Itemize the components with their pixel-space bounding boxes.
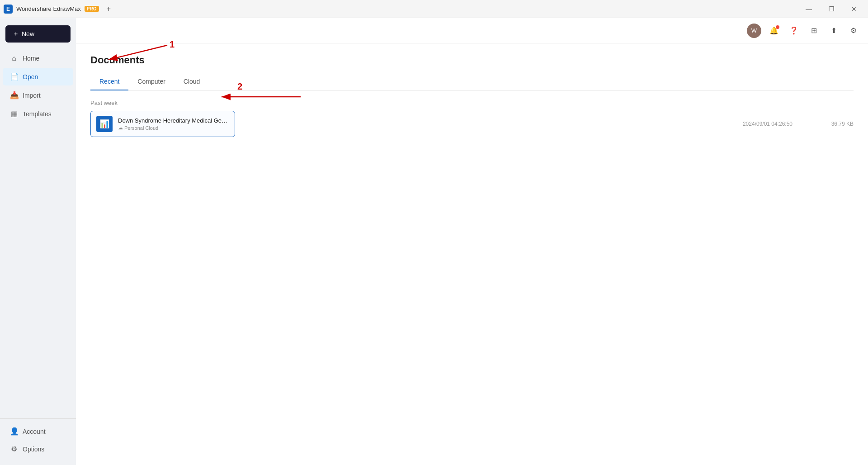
sidebar-item-open-label: Open: [23, 73, 38, 81]
app-name: Wondershare EdrawMax: [16, 5, 81, 12]
file-name: Down Syndrome Hereditary Medical Genogra…: [118, 117, 229, 124]
content-area: Documents Recent Computer Cloud Past wee…: [76, 43, 868, 465]
sidebar-item-options-label: Options: [23, 446, 44, 453]
apps-icon[interactable]: ⊞: [807, 24, 821, 38]
sidebar-item-options[interactable]: ⚙ Options: [3, 440, 73, 458]
file-icon-wrapper: 📊: [96, 116, 113, 132]
window-controls: — ❐ ✕: [798, 2, 864, 16]
main-layout: ＋ New ⌂ Home 📄 Open 📥 Import ▦ Templates: [0, 18, 868, 465]
file-location-text: Personal Cloud: [124, 125, 158, 131]
top-toolbar: W 🔔 ❓ ⊞ ⬆ ⚙: [76, 18, 868, 43]
tab-bar: Recent Computer Cloud: [90, 73, 854, 90]
cloud-icon: ☁: [118, 125, 123, 131]
sidebar-item-home-label: Home: [23, 55, 39, 62]
sidebar-item-templates-label: Templates: [23, 110, 52, 118]
file-size: 36.79 KB: [808, 121, 854, 127]
file-date: 2024/09/01 04:26:50: [727, 121, 808, 127]
templates-icon: ▦: [10, 109, 18, 118]
sidebar-item-account[interactable]: 👤 Account: [3, 422, 73, 440]
minimize-button[interactable]: —: [798, 2, 819, 16]
add-tab-button[interactable]: +: [103, 3, 115, 15]
import-icon: 📥: [10, 91, 18, 100]
section-label: Past week: [90, 100, 854, 106]
title-bar-left: E Wondershare EdrawMax PRO +: [4, 3, 115, 15]
bell-icon[interactable]: 🔔: [767, 24, 781, 38]
sidebar-nav: ⌂ Home 📄 Open 📥 Import ▦ Templates: [0, 50, 76, 418]
section-past-week: Past week 📊 Down Syndrome Hereditary Med…: [90, 100, 854, 137]
tab-cloud[interactable]: Cloud: [175, 73, 209, 90]
help-icon[interactable]: ❓: [787, 24, 801, 38]
home-icon: ⌂: [10, 54, 18, 62]
file-location: ☁ Personal Cloud: [118, 125, 229, 131]
avatar[interactable]: W: [747, 24, 761, 38]
open-icon: 📄: [10, 72, 18, 81]
sidebar-item-templates[interactable]: ▦ Templates: [3, 105, 73, 123]
restore-button[interactable]: ❐: [821, 2, 842, 16]
file-row-main: 📊 Down Syndrome Hereditary Medical Genog…: [90, 111, 727, 137]
share-icon[interactable]: ⬆: [826, 24, 841, 38]
file-row: 📊 Down Syndrome Hereditary Medical Genog…: [90, 111, 854, 137]
account-icon: 👤: [10, 427, 18, 436]
tab-computer[interactable]: Computer: [128, 73, 174, 90]
content-inner: Documents Recent Computer Cloud Past wee…: [76, 43, 868, 465]
sidebar-item-account-label: Account: [23, 428, 46, 435]
file-info: Down Syndrome Hereditary Medical Genogra…: [118, 117, 229, 131]
help-symbol: ❓: [789, 26, 798, 35]
sidebar-bottom: 👤 Account ⚙ Options: [0, 418, 76, 461]
pro-badge: PRO: [85, 6, 99, 12]
new-button-label: New: [22, 30, 34, 38]
settings-icon[interactable]: ⚙: [846, 24, 861, 38]
settings-symbol: ⚙: [850, 26, 857, 35]
sidebar-item-home[interactable]: ⌂ Home: [3, 50, 73, 67]
sidebar-item-open[interactable]: 📄 Open: [3, 68, 73, 85]
notification-dot: [776, 25, 779, 29]
list-item[interactable]: 📊 Down Syndrome Hereditary Medical Genog…: [90, 111, 235, 137]
close-button[interactable]: ✕: [844, 2, 864, 16]
sidebar: ＋ New ⌂ Home 📄 Open 📥 Import ▦ Templates: [0, 18, 76, 465]
apps-symbol: ⊞: [811, 26, 817, 35]
title-bar: E Wondershare EdrawMax PRO + — ❐ ✕: [0, 0, 868, 18]
new-button-icon: ＋: [13, 30, 19, 38]
share-symbol: ⬆: [831, 26, 837, 35]
file-type-icon: 📊: [99, 119, 109, 129]
options-icon: ⚙: [10, 445, 18, 453]
app-icon: E: [4, 5, 13, 14]
sidebar-item-import[interactable]: 📥 Import: [3, 86, 73, 104]
avatar-initial: W: [751, 27, 757, 34]
page-title: Documents: [90, 54, 854, 66]
tab-recent[interactable]: Recent: [90, 73, 128, 90]
sidebar-item-import-label: Import: [23, 92, 41, 99]
new-button[interactable]: ＋ New: [5, 25, 71, 43]
